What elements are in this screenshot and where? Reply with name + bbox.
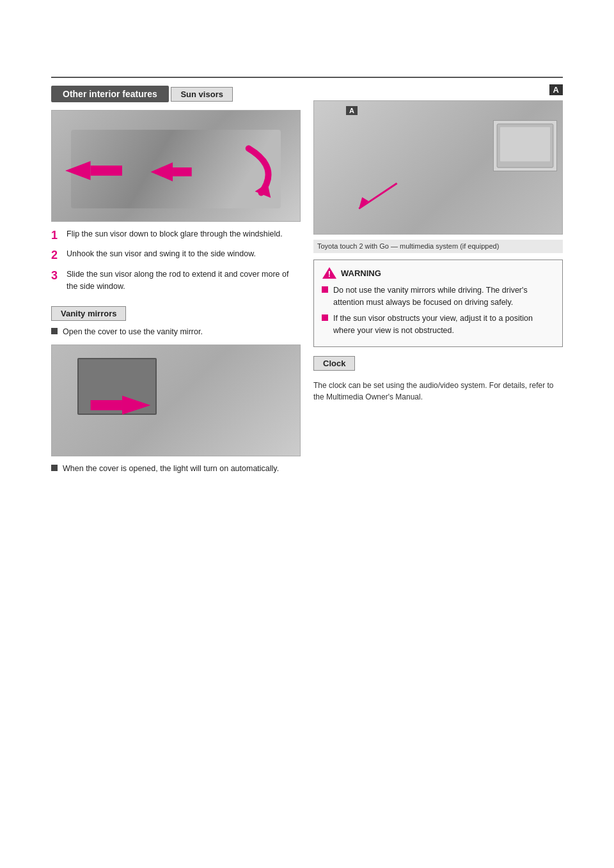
svg-rect-6 bbox=[91, 400, 122, 410]
warning-bullet-square-2 bbox=[322, 314, 328, 321]
clock-header: Clock bbox=[313, 356, 355, 371]
warning-box: ! WARNING Do not use the vanity mirrors … bbox=[313, 260, 563, 347]
clock-text: The clock can be set using the audio/vid… bbox=[313, 380, 563, 403]
warning-text-1: Do not use the vanity mirrors while driv… bbox=[333, 284, 555, 309]
sun-visors-header: Sun visors bbox=[171, 87, 232, 102]
label-a: A bbox=[549, 84, 563, 95]
right-top-image: A bbox=[313, 100, 563, 235]
vanity-bullet-2: When the cover is opened, the light will… bbox=[51, 463, 301, 475]
vanity-text-1: Open the cover to use the vanity mirror. bbox=[63, 326, 301, 338]
bullet-square-2 bbox=[51, 465, 58, 471]
right-caption: Toyota touch 2 with Go — multimedia syst… bbox=[313, 240, 563, 253]
svg-marker-5 bbox=[122, 396, 150, 415]
svg-marker-2 bbox=[150, 162, 173, 182]
vanity-bullet-1: Open the cover to use the vanity mirror. bbox=[51, 326, 301, 338]
svg-line-9 bbox=[359, 183, 397, 209]
left-column: Other interior features Sun visors bbox=[51, 84, 301, 479]
right-column: A A Toyota touch bbox=[313, 84, 563, 479]
warning-bullet-2: If the sun visor obstructs your view, ad… bbox=[322, 313, 555, 337]
vanity-arrows bbox=[52, 345, 300, 456]
item-number-1: 1 bbox=[51, 228, 67, 243]
warning-title-row: ! WARNING bbox=[322, 267, 555, 279]
vanity-mirrors-header: Vanity mirrors bbox=[51, 306, 126, 321]
main-content: Other interior features Sun visors bbox=[0, 84, 614, 479]
warning-triangle-icon: ! bbox=[322, 267, 337, 279]
item-text-2: Unhook the sun visor and swing it to the… bbox=[67, 248, 301, 260]
clock-section: Clock The clock can be set using the aud… bbox=[313, 353, 563, 403]
sun-visor-image bbox=[51, 110, 301, 222]
item-text-3: Slide the sun visor along the rod to ext… bbox=[67, 268, 301, 293]
warning-bullet-square-1 bbox=[322, 286, 328, 293]
vanity-mirror-image bbox=[51, 345, 301, 456]
sun-visor-item-2: 2 Unhook the sun visor and swing it to t… bbox=[51, 248, 301, 263]
sun-visor-item-1: 1 Flip the sun visor down to block glare… bbox=[51, 228, 301, 243]
warning-bullet-1: Do not use the vanity mirrors while driv… bbox=[322, 284, 555, 309]
sun-visor-arrows bbox=[52, 111, 300, 221]
svg-rect-1 bbox=[91, 166, 122, 176]
vanity-text-2: When the cover is opened, the light will… bbox=[63, 463, 301, 475]
svg-marker-0 bbox=[65, 161, 91, 180]
item-number-2: 2 bbox=[51, 248, 67, 263]
right-top-arrow bbox=[314, 101, 562, 234]
warning-text-2: If the sun visor obstructs your view, ad… bbox=[333, 313, 555, 337]
page: Other interior features Sun visors bbox=[0, 77, 614, 868]
svg-text:!: ! bbox=[328, 269, 331, 279]
main-section-header: Other interior features bbox=[51, 86, 169, 102]
bullet-square-1 bbox=[51, 328, 58, 334]
top-rule bbox=[51, 77, 563, 78]
item-number-3: 3 bbox=[51, 268, 67, 283]
svg-rect-3 bbox=[173, 167, 192, 176]
item-text-1: Flip the sun visor down to block glare t… bbox=[67, 228, 301, 240]
sun-visor-item-3: 3 Slide the sun visor along the rod to e… bbox=[51, 268, 301, 293]
warning-label: WARNING bbox=[341, 268, 381, 278]
